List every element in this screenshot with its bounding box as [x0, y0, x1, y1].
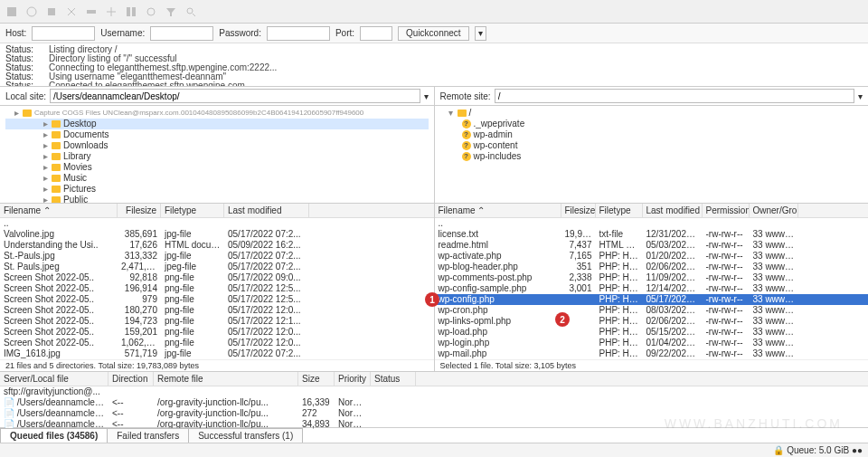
filter-icon[interactable] — [165, 5, 177, 18]
remote-file-list: Filename ⌃FilesizeFiletypeLast modifiedP… — [435, 204, 869, 371]
tree-item[interactable]: ?wp-content — [440, 140, 863, 151]
tree-item[interactable]: ▸Music — [5, 173, 429, 184]
table-row[interactable]: Screen Shot 2022-05..194,723png-file05/1… — [0, 316, 434, 327]
table-row[interactable]: Screen Shot 2022-05..979png-file05/17/20… — [0, 294, 434, 305]
column-header[interactable]: Last modified — [643, 204, 703, 217]
disconnect-icon[interactable] — [85, 5, 98, 18]
table-row[interactable]: Screen Shot 2022-05..180,270png-file05/1… — [0, 305, 434, 316]
main-toolbar — [0, 0, 868, 24]
table-row[interactable]: Screen Shot 2022-05..1,062,663png-file05… — [0, 338, 434, 348]
table-row[interactable]: wp-load.phpPHP: Hype...05/15/2021 1...-r… — [435, 327, 869, 338]
remote-site-label: Remote site: — [440, 91, 491, 101]
table-row[interactable]: wp-config.phpPHP: Hype...05/17/2022 1...… — [435, 294, 869, 305]
compare-icon[interactable] — [125, 5, 137, 18]
cancel-icon[interactable] — [65, 5, 78, 18]
tree-item[interactable]: ▸Desktop — [5, 119, 429, 129]
process-icon[interactable] — [45, 5, 58, 18]
column-header[interactable]: Server/Local file — [0, 372, 108, 386]
column-header[interactable]: Priority — [335, 372, 371, 386]
tree-item[interactable]: ▸Documents — [5, 129, 429, 140]
username-input[interactable] — [150, 26, 213, 41]
sitemanager-icon[interactable] — [5, 5, 18, 18]
column-header[interactable]: Filesize — [561, 204, 596, 217]
remote-rows[interactable]: ..license.txt19,915txt-file12/31/2021 1.… — [435, 218, 869, 359]
local-site-dropdown[interactable]: ▾ — [424, 91, 429, 101]
table-row[interactable]: sftp://gravityjunction@... — [0, 386, 868, 397]
table-row[interactable]: Understanding the Usi..17,626HTML docume… — [0, 240, 434, 251]
table-row[interactable]: wp-links-opml.phpPHP: Hype...02/06/2020 … — [435, 316, 869, 327]
table-row[interactable]: .. — [0, 218, 434, 229]
reconnect-icon[interactable] — [105, 5, 118, 18]
password-label: Password: — [219, 28, 261, 38]
tree-item[interactable]: ▸Pictures — [5, 184, 429, 195]
local-tree[interactable]: ▸Capture COGS Files UNClean@msparx.com.0… — [0, 106, 435, 203]
table-row[interactable]: IMG_1618.jpg571,719jpg-file05/17/2022 07… — [0, 348, 434, 359]
callout-badge-1: 1 — [425, 292, 439, 307]
search-icon[interactable] — [184, 5, 197, 18]
remote-site-input[interactable] — [495, 89, 854, 103]
quickconnect-dropdown[interactable]: ▾ — [475, 26, 486, 41]
port-label: Port: — [335, 28, 354, 38]
column-header[interactable]: Filetype — [596, 204, 643, 217]
column-header[interactable]: Remote file — [154, 372, 298, 386]
column-header[interactable]: Filetype — [161, 204, 224, 217]
queue-tab[interactable]: Queued files (34586) — [0, 428, 108, 443]
table-row[interactable]: readme.html7,437HTML do...05/03/2022 1..… — [435, 240, 869, 251]
host-input[interactable] — [32, 26, 95, 41]
queue-size: Queue: 5.0 GiB — [787, 445, 849, 455]
table-row[interactable]: wp-login.phpPHP: Hype...01/04/2022 0...-… — [435, 338, 869, 348]
tree-item[interactable]: ▸Public — [5, 195, 429, 203]
column-header[interactable]: Last modified — [224, 204, 309, 217]
local-site-input[interactable] — [50, 89, 420, 103]
directory-trees: ▸Capture COGS Files UNClean@msparx.com.0… — [0, 106, 868, 204]
tree-item[interactable]: ?wp-admin — [440, 129, 863, 140]
site-path-bar: Local site: ▾ Remote site: ▾ — [0, 87, 868, 106]
table-row[interactable]: wp-comments-post.php2,338PHP: Hype...11/… — [435, 272, 869, 283]
port-input[interactable] — [360, 26, 392, 41]
table-row[interactable]: wp-blog-header.php351PHP: Hype...02/06/2… — [435, 262, 869, 272]
table-row[interactable]: wp-activate.php7,165PHP: Hype...01/20/20… — [435, 251, 869, 262]
password-input[interactable] — [267, 26, 330, 41]
sync-icon[interactable] — [145, 5, 157, 18]
local-rows[interactable]: ..Valvoline.jpg385,691jpg-file05/17/2022… — [0, 218, 434, 359]
tree-item[interactable]: ▸Library — [5, 151, 429, 162]
tree-item[interactable]: ▸Movies — [5, 162, 429, 173]
column-header[interactable]: Size — [298, 372, 335, 386]
table-row[interactable]: wp-mail.phpPHP: Hype...09/22/2021 1...-r… — [435, 348, 869, 359]
column-header[interactable]: Permissions — [703, 204, 750, 217]
table-row[interactable]: St. Pauls.jpeg2,471,152jpeg-file05/17/20… — [0, 262, 434, 272]
column-header[interactable]: Owner/Group — [750, 204, 798, 217]
tree-item[interactable]: ▸Downloads — [5, 140, 429, 151]
table-row[interactable]: Screen Shot 2022-05..159,201png-file05/1… — [0, 327, 434, 338]
tree-item[interactable]: ?wp-includes — [440, 151, 863, 162]
local-site-label: Local site: — [5, 91, 46, 101]
queue-tab[interactable]: Successful transfers (1) — [188, 428, 303, 443]
column-header[interactable]: Status — [371, 372, 416, 386]
table-row[interactable]: wp-cron.phpPHP: Hype...08/03/2021 1...-r… — [435, 305, 869, 316]
quickconnect-bar: Host: Username: Password: Port: Quickcon… — [0, 24, 868, 43]
refresh-icon[interactable] — [25, 5, 38, 18]
column-header[interactable]: Filename ⌃ — [435, 204, 561, 217]
tree-item[interactable]: ▾/ — [440, 108, 863, 119]
table-row[interactable]: 📄 /Users/deannamclean/...<--/org-gravity… — [0, 397, 868, 408]
remote-tree[interactable]: ▾/?._wpeprivate?wp-admin?wp-content?wp-i… — [435, 106, 869, 203]
table-row[interactable]: Screen Shot 2022-05..92,818png-file05/17… — [0, 272, 434, 283]
table-row[interactable]: Screen Shot 2022-05..196,914png-file05/1… — [0, 283, 434, 294]
remote-site-dropdown[interactable]: ▾ — [858, 91, 863, 101]
column-header[interactable]: Filesize — [118, 204, 161, 217]
unknown-folder-icon: ? — [462, 119, 471, 129]
table-row[interactable]: Valvoline.jpg385,691jpg-file05/17/2022 0… — [0, 229, 434, 240]
table-row[interactable]: .. — [435, 218, 869, 229]
local-file-list: Filename ⌃FilesizeFiletypeLast modified … — [0, 204, 435, 371]
quickconnect-button[interactable]: Quickconnect — [398, 26, 469, 41]
table-row[interactable]: St.-Pauls.jpg313,332jpg-file05/17/2022 0… — [0, 251, 434, 262]
queue-tab[interactable]: Failed transfers — [107, 428, 189, 443]
svg-rect-3 — [87, 10, 96, 14]
svg-point-6 — [187, 8, 193, 14]
table-row[interactable]: license.txt19,915txt-file12/31/2021 1...… — [435, 229, 869, 240]
callout-badge-2: 2 — [555, 312, 570, 327]
column-header[interactable]: Direction — [108, 372, 154, 386]
column-header[interactable]: Filename ⌃ — [0, 204, 118, 217]
tree-item[interactable]: ?._wpeprivate — [440, 119, 863, 129]
table-row[interactable]: wp-config-sample.php3,001PHP: Hype...12/… — [435, 283, 869, 294]
